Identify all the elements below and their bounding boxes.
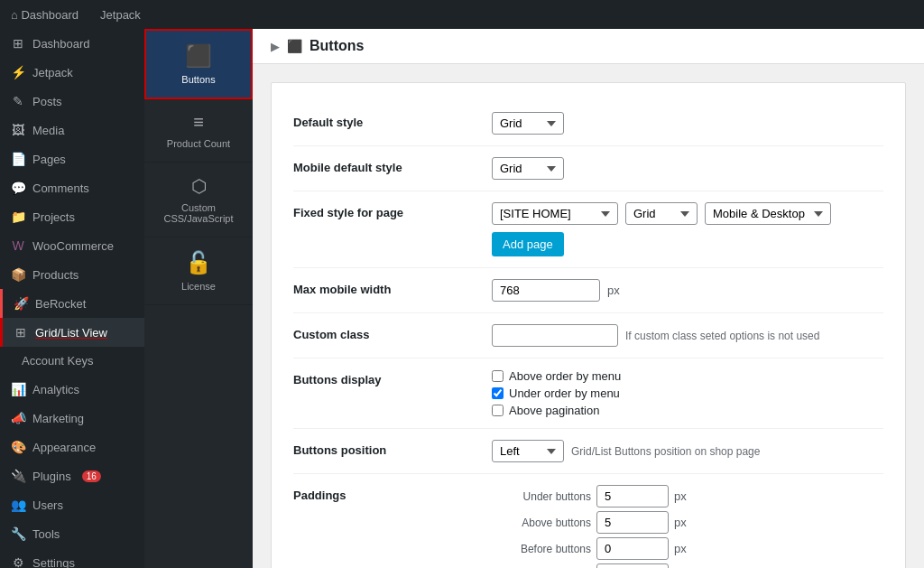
admin-bar-jetpack[interactable]: Jetpack	[89, 8, 152, 22]
sub-sidebar-product-count[interactable]: ≡ Product Count	[144, 99, 253, 163]
sidebar-item-appearance[interactable]: 🎨 Appearance	[0, 433, 144, 461]
sub-sidebar-buttons-label: Buttons	[181, 74, 215, 85]
sidebar-item-tools[interactable]: 🔧 Tools	[0, 519, 144, 548]
analytics-icon: 📊	[11, 382, 25, 396]
custom-class-label: Custom class	[293, 324, 474, 341]
custom-class-hint: If custom class seted options is not use…	[625, 330, 819, 342]
sidebar-item-plugins[interactable]: 🔌 Plugins 16	[0, 461, 144, 490]
under-buttons-label: Under buttons	[492, 490, 591, 503]
sidebar-item-media[interactable]: 🖼 Media	[0, 116, 144, 144]
above-buttons-label: Above buttons	[492, 517, 591, 529]
sidebar-label-pages: Pages	[32, 153, 66, 166]
sidebar-label-dashboard: Dashboard	[32, 37, 90, 51]
custom-class-input[interactable]	[492, 324, 618, 347]
sub-sidebar: ⬛ Buttons ≡ Product Count ⬡ Custom CSS/J…	[144, 0, 253, 568]
sidebar-item-comments[interactable]: 💬 Comments	[0, 173, 144, 202]
custom-class-row: Custom class If custom class seted optio…	[293, 313, 883, 358]
media-icon: 🖼	[11, 123, 25, 137]
dashboard-icon: ⊞	[11, 36, 25, 51]
sidebar-label-posts: Posts	[32, 95, 62, 108]
marketing-icon: 📣	[11, 411, 25, 425]
above-buttons-input[interactable]	[596, 511, 669, 534]
page-title: Buttons	[310, 38, 364, 54]
max-mobile-width-label: Max mobile width	[293, 279, 474, 296]
admin-bar-dashboard[interactable]: ⌂ Dashboard	[0, 8, 89, 22]
settings-icon: ⚙	[11, 555, 25, 568]
buttons-position-control: Left Right Center Grid/List Buttons posi…	[492, 440, 883, 462]
checkbox-above-pagination: Above pagination	[492, 404, 621, 417]
sidebar-item-woocommerce[interactable]: W WooCommerce	[0, 231, 144, 260]
padding-above-buttons: Above buttons px	[492, 511, 687, 534]
above-order-checkbox[interactable]	[492, 370, 504, 382]
sidebar-item-users[interactable]: 👥 Users	[0, 490, 144, 519]
before-buttons-input[interactable]	[596, 537, 669, 560]
fixed-style-grid-select[interactable]: Grid List	[625, 202, 698, 225]
sub-sidebar-buttons[interactable]: ⬛ Buttons	[144, 29, 253, 99]
above-pagination-checkbox[interactable]	[492, 405, 504, 416]
sub-sidebar-custom-css[interactable]: ⬡ Custom CSS/JavaScript	[144, 163, 253, 237]
fixed-style-label: Fixed style for page	[293, 202, 474, 219]
paddings-grid: Under buttons px Above buttons px Before…	[492, 485, 687, 568]
sidebar-item-berocket[interactable]: 🚀 BeRocket	[0, 289, 144, 318]
main-content: ▶ ⬛ Buttons Default style Grid List Mobi…	[253, 0, 924, 568]
paddings-row: Paddings Under buttons px Above buttons …	[293, 474, 883, 568]
after-buttons-input[interactable]	[596, 563, 669, 568]
sidebar-item-marketing[interactable]: 📣 Marketing	[0, 404, 144, 433]
above-order-label[interactable]: Above order by menu	[509, 369, 621, 383]
under-order-label[interactable]: Under order by menu	[509, 386, 620, 400]
sidebar-label-appearance: Appearance	[32, 441, 96, 454]
above-buttons-unit: px	[674, 516, 687, 529]
sidebar-label-marketing: Marketing	[32, 412, 84, 425]
buttons-display-control: Above order by menu Under order by menu …	[492, 369, 883, 417]
sub-sidebar-license-label: License	[181, 281, 216, 292]
sidebar-item-pages[interactable]: 📄 Pages	[0, 144, 144, 173]
default-style-control: Grid List	[492, 112, 883, 135]
buttons-display-label: Buttons display	[293, 369, 474, 386]
page-header-icon: ⬛	[287, 39, 302, 53]
under-buttons-input[interactable]	[596, 485, 669, 507]
buttons-position-row: Buttons position Left Right Center Grid/…	[293, 429, 883, 474]
sidebar-label-analytics: Analytics	[32, 383, 79, 396]
sidebar-item-projects[interactable]: 📁 Projects	[0, 202, 144, 231]
default-style-label: Default style	[293, 112, 474, 129]
mobile-default-style-label: Mobile default style	[293, 157, 474, 174]
mobile-default-style-select[interactable]: Grid List	[492, 157, 564, 180]
max-mobile-width-unit: px	[607, 284, 620, 297]
default-style-select[interactable]: Grid List	[492, 112, 564, 135]
sidebar-label-grid-list: Grid/List View	[35, 326, 107, 340]
sidebar-item-grid-list-view[interactable]: ⊞ Grid/List View	[0, 318, 144, 347]
buttons-display-checkboxes: Above order by menu Under order by menu …	[492, 369, 621, 417]
sub-sidebar-license[interactable]: 🔓 License	[144, 237, 253, 305]
default-style-row: Default style Grid List	[293, 101, 883, 146]
sidebar-item-dashboard[interactable]: ⊞ Dashboard	[0, 29, 144, 58]
buttons-sub-icon: ⬛	[185, 43, 212, 69]
sidebar-item-jetpack[interactable]: ⚡ Jetpack	[0, 58, 144, 87]
under-order-checkbox[interactable]	[492, 387, 504, 399]
page-header: ▶ ⬛ Buttons	[253, 29, 924, 64]
paddings-control: Under buttons px Above buttons px Before…	[492, 485, 883, 568]
padding-before-buttons: Before buttons px	[492, 537, 687, 560]
add-page-button[interactable]: Add page	[492, 232, 564, 256]
mobile-default-style-row: Mobile default style Grid List	[293, 146, 883, 191]
sidebar: ⊞ Dashboard ⚡ Jetpack ✎ Posts 🖼 Media 📄 …	[0, 0, 144, 568]
max-mobile-width-row: Max mobile width px	[293, 268, 883, 313]
sidebar-item-settings[interactable]: ⚙ Settings	[0, 548, 144, 568]
sidebar-item-products[interactable]: 📦 Products	[0, 260, 144, 289]
plugins-icon: 🔌	[11, 469, 25, 483]
sidebar-item-analytics[interactable]: 📊 Analytics	[0, 375, 144, 404]
sidebar-item-account-keys[interactable]: Account Keys	[0, 347, 144, 375]
sidebar-item-posts[interactable]: ✎ Posts	[0, 87, 144, 116]
buttons-position-hint: Grid/List Buttons position on shop page	[571, 445, 760, 458]
max-mobile-width-input[interactable]	[492, 279, 600, 302]
product-count-icon: ≡	[193, 112, 204, 133]
fixed-style-site-select[interactable]: [SITE HOME] Shop Blog	[492, 202, 618, 225]
above-pagination-label[interactable]: Above pagination	[509, 404, 599, 417]
license-icon: 🔓	[185, 250, 212, 275]
comments-icon: 💬	[11, 181, 25, 195]
sidebar-label-jetpack: Jetpack	[32, 66, 73, 79]
fixed-style-device-select[interactable]: Mobile & Desktop Mobile Only Desktop Onl…	[705, 202, 831, 225]
under-buttons-unit: px	[674, 489, 687, 503]
buttons-position-select[interactable]: Left Right Center	[492, 440, 564, 462]
buttons-position-label: Buttons position	[293, 440, 474, 457]
berocket-icon: 🚀	[14, 296, 28, 311]
